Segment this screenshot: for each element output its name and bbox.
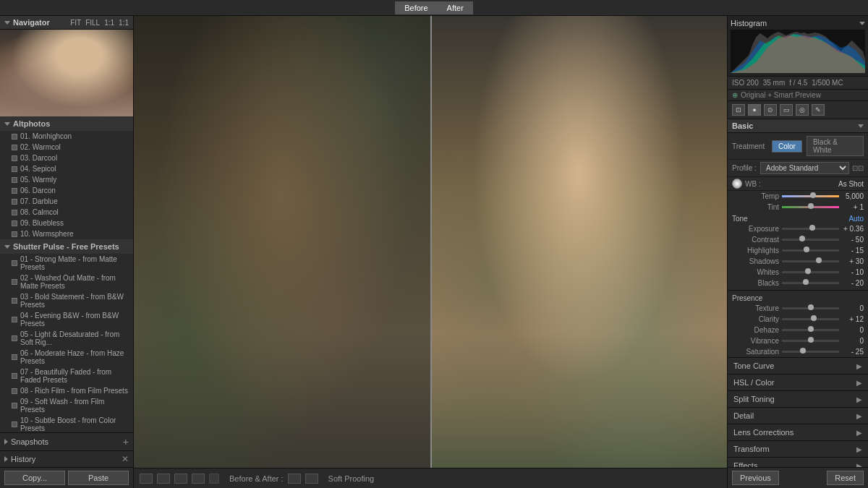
wb-eyedropper[interactable]	[732, 179, 742, 189]
preset-item[interactable]: 10 - Subtle Boost - from Color Presets	[0, 415, 133, 432]
ba-swap-btn[interactable]	[288, 474, 301, 484]
nav-fit[interactable]: FIT	[70, 19, 81, 27]
preset-item[interactable]: 07 - Beautifully Faded - from Faded Pres…	[0, 367, 133, 385]
redeye-tool[interactable]: ⊙	[764, 104, 777, 116]
clarity-thumb[interactable]	[811, 315, 817, 321]
transform-section[interactable]: Transform ▶	[728, 440, 868, 457]
tint-label: Tint	[732, 203, 779, 211]
preset-item[interactable]: 09. Bluebless	[0, 218, 133, 228]
history-section[interactable]: History ✕	[0, 450, 133, 467]
saturation-thumb[interactable]	[800, 348, 806, 354]
contrast-thumb[interactable]	[799, 236, 805, 241]
ba-swap2-btn[interactable]	[305, 474, 318, 484]
bw-treatment-btn[interactable]: Black & White	[807, 136, 864, 156]
basic-panel-header[interactable]: Basic	[728, 119, 868, 133]
temp-thumb[interactable]	[810, 192, 816, 198]
view-single-btn[interactable]	[140, 474, 153, 484]
preset-group-shutter-pulse[interactable]: Shutter Pulse - Free Presets	[0, 239, 133, 254]
history-close[interactable]: ✕	[122, 454, 129, 464]
tone-label-text: Tone	[732, 215, 748, 223]
preset-item[interactable]: 08. Calmcol	[0, 207, 133, 218]
whites-slider[interactable]	[782, 271, 839, 273]
crop-tool[interactable]: ⊡	[732, 104, 745, 116]
camera-aperture: f / 4.5	[789, 79, 807, 87]
preset-item[interactable]: 08 - Rich Film - from Film Presets	[0, 385, 133, 396]
paste-button[interactable]: Paste	[68, 471, 129, 485]
effects-section[interactable]: Effects ▶	[728, 457, 868, 467]
preset-item[interactable]: 03. Darcool	[0, 153, 133, 163]
camera-focal: 35 mm	[763, 79, 786, 87]
exposure-thumb[interactable]	[809, 225, 815, 231]
texture-slider[interactable]	[782, 307, 839, 309]
profile-label: Profile :	[732, 164, 757, 172]
preset-item[interactable]: 02 - Washed Out Matte - from Matte Prese…	[0, 273, 133, 291]
preset-item[interactable]: 10. Warmsphere	[0, 228, 133, 239]
before-button[interactable]: Before	[395, 1, 437, 14]
preset-dot	[12, 388, 17, 394]
snapshots-add[interactable]: +	[123, 436, 129, 448]
navigator-expand-icon[interactable]	[4, 21, 10, 25]
histogram-expand-icon[interactable]	[859, 22, 865, 25]
temp-slider[interactable]	[782, 195, 839, 197]
hsl-color-section[interactable]: HSL / Color ▶	[728, 374, 868, 390]
vibrance-thumb[interactable]	[808, 337, 814, 343]
exposure-slider[interactable]	[782, 228, 839, 230]
preset-item[interactable]: 02. Warmcol	[0, 142, 133, 153]
preset-item[interactable]: 01 - Strong Matte - from Matte Presets	[0, 254, 133, 273]
preset-item[interactable]: 03 - Bold Statement - from B&W Presets	[0, 291, 133, 310]
preset-item[interactable]: 04. Sepicol	[0, 163, 133, 174]
nav-ratio2[interactable]: 1:1	[119, 19, 129, 27]
before-after-divider[interactable]	[430, 16, 432, 468]
presets-list[interactable]: Altphotos 01. Monhighcon 02. Warmcol 03.…	[0, 116, 133, 432]
shadows-thumb[interactable]	[816, 257, 822, 263]
preset-item[interactable]: 06. Darcon	[0, 185, 133, 196]
reset-button[interactable]: Reset	[827, 471, 864, 485]
view-compare-btn[interactable]	[157, 474, 170, 484]
tint-thumb[interactable]	[808, 203, 814, 209]
clarity-slider[interactable]	[782, 318, 839, 320]
nav-ratio1[interactable]: 1:1	[104, 19, 114, 27]
radial-tool[interactable]: ◎	[796, 104, 809, 116]
preset-group-altphotos[interactable]: Altphotos	[0, 116, 133, 131]
preset-item[interactable]: 05 - Light & Desaturated - from Soft Rig…	[0, 329, 133, 348]
after-button[interactable]: After	[438, 1, 473, 14]
shadows-slider[interactable]	[782, 260, 839, 262]
dehaze-thumb[interactable]	[808, 326, 814, 332]
tone-curve-section[interactable]: Tone Curve ▶	[728, 357, 868, 374]
whites-thumb[interactable]	[805, 268, 811, 274]
split-toning-section[interactable]: Split Toning ▶	[728, 390, 868, 407]
snapshots-section[interactable]: Snapshots +	[0, 432, 133, 450]
saturation-slider[interactable]	[782, 351, 839, 353]
lens-corrections-section[interactable]: Lens Corrections ▶	[728, 424, 868, 440]
tint-slider[interactable]	[782, 206, 839, 208]
previous-button[interactable]: Previous	[732, 471, 779, 485]
contrast-slider[interactable]	[782, 239, 839, 241]
highlights-thumb[interactable]	[804, 247, 809, 252]
blacks-thumb[interactable]	[803, 279, 809, 285]
profile-icons[interactable]: ⊡⊡	[852, 164, 864, 172]
nav-fill[interactable]: FILL	[85, 19, 100, 27]
dehaze-slider[interactable]	[782, 329, 839, 331]
preset-item[interactable]: 05. Warmly	[0, 174, 133, 185]
view-grid-btn[interactable]	[192, 474, 205, 484]
preset-item[interactable]: 01. Monhighcon	[0, 131, 133, 142]
tone-auto-btn[interactable]: Auto	[848, 215, 864, 223]
preset-item[interactable]: 06 - Moderate Haze - from Haze Presets	[0, 348, 133, 367]
tone-section-label: Tone Auto	[728, 213, 868, 223]
gradient-tool[interactable]: ▭	[780, 104, 793, 116]
spot-heal-tool[interactable]: ●	[748, 104, 761, 116]
preset-item[interactable]: 09 - Soft Wash - from Film Presets	[0, 396, 133, 415]
highlights-slider[interactable]	[782, 249, 839, 252]
blacks-slider[interactable]	[782, 282, 839, 284]
detail-section[interactable]: Detail ▶	[728, 407, 868, 424]
view-split-btn[interactable]	[174, 474, 187, 484]
texture-thumb[interactable]	[808, 304, 814, 310]
preset-item[interactable]: 04 - Evening B&W - from B&W Presets	[0, 310, 133, 329]
profile-select[interactable]: Adobe Standard	[760, 162, 849, 174]
copy-button[interactable]: Copy...	[4, 471, 65, 485]
brush-tool[interactable]: ✎	[812, 104, 825, 116]
vibrance-slider[interactable]	[782, 340, 839, 342]
preset-item[interactable]: 07. Darblue	[0, 196, 133, 207]
view-mode-btn[interactable]	[209, 474, 219, 484]
color-treatment-btn[interactable]: Color	[772, 140, 802, 153]
